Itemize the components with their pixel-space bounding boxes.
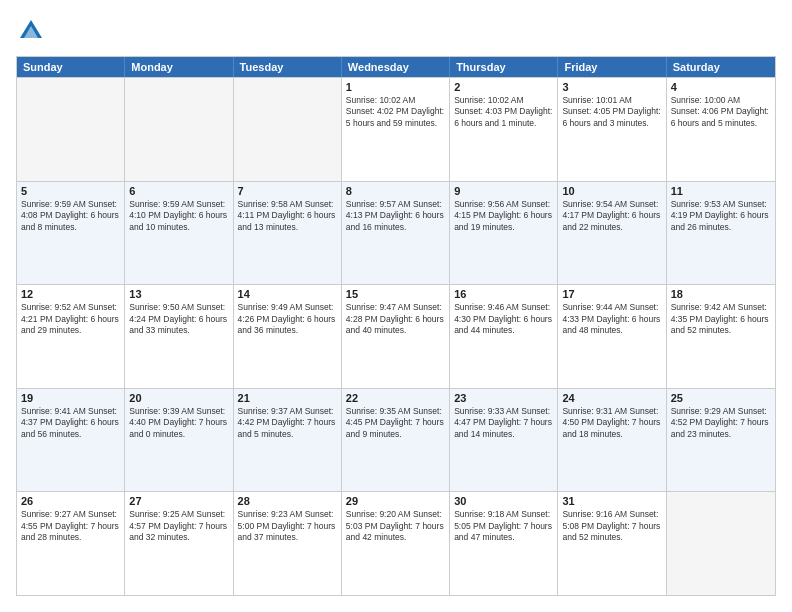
day-info: Sunrise: 9:52 AM Sunset: 4:21 PM Dayligh… (21, 302, 120, 336)
logo-icon (16, 16, 46, 46)
day-info: Sunrise: 9:23 AM Sunset: 5:00 PM Dayligh… (238, 509, 337, 543)
day-number: 31 (562, 495, 661, 507)
day-number: 30 (454, 495, 553, 507)
calendar-cell-0-6: 4Sunrise: 10:00 AM Sunset: 4:06 PM Dayli… (667, 78, 775, 181)
day-number: 7 (238, 185, 337, 197)
day-info: Sunrise: 9:59 AM Sunset: 4:10 PM Dayligh… (129, 199, 228, 233)
day-number: 19 (21, 392, 120, 404)
day-info: Sunrise: 9:35 AM Sunset: 4:45 PM Dayligh… (346, 406, 445, 440)
day-number: 8 (346, 185, 445, 197)
day-info: Sunrise: 9:49 AM Sunset: 4:26 PM Dayligh… (238, 302, 337, 336)
day-info: Sunrise: 9:27 AM Sunset: 4:55 PM Dayligh… (21, 509, 120, 543)
day-number: 15 (346, 288, 445, 300)
calendar-cell-3-1: 20Sunrise: 9:39 AM Sunset: 4:40 PM Dayli… (125, 389, 233, 492)
day-info: Sunrise: 9:37 AM Sunset: 4:42 PM Dayligh… (238, 406, 337, 440)
calendar-cell-3-6: 25Sunrise: 9:29 AM Sunset: 4:52 PM Dayli… (667, 389, 775, 492)
calendar-cell-4-1: 27Sunrise: 9:25 AM Sunset: 4:57 PM Dayli… (125, 492, 233, 595)
calendar-cell-1-5: 10Sunrise: 9:54 AM Sunset: 4:17 PM Dayli… (558, 182, 666, 285)
day-number: 24 (562, 392, 661, 404)
calendar-header: SundayMondayTuesdayWednesdayThursdayFrid… (17, 57, 775, 77)
day-number: 4 (671, 81, 771, 93)
weekday-header-sunday: Sunday (17, 57, 125, 77)
calendar-cell-2-6: 18Sunrise: 9:42 AM Sunset: 4:35 PM Dayli… (667, 285, 775, 388)
calendar-cell-3-4: 23Sunrise: 9:33 AM Sunset: 4:47 PM Dayli… (450, 389, 558, 492)
day-info: Sunrise: 9:39 AM Sunset: 4:40 PM Dayligh… (129, 406, 228, 440)
day-info: Sunrise: 9:59 AM Sunset: 4:08 PM Dayligh… (21, 199, 120, 233)
day-number: 21 (238, 392, 337, 404)
day-number: 27 (129, 495, 228, 507)
day-info: Sunrise: 9:18 AM Sunset: 5:05 PM Dayligh… (454, 509, 553, 543)
day-info: Sunrise: 9:54 AM Sunset: 4:17 PM Dayligh… (562, 199, 661, 233)
day-number: 10 (562, 185, 661, 197)
calendar-cell-2-1: 13Sunrise: 9:50 AM Sunset: 4:24 PM Dayli… (125, 285, 233, 388)
calendar-cell-4-4: 30Sunrise: 9:18 AM Sunset: 5:05 PM Dayli… (450, 492, 558, 595)
day-info: Sunrise: 9:29 AM Sunset: 4:52 PM Dayligh… (671, 406, 771, 440)
calendar-cell-4-0: 26Sunrise: 9:27 AM Sunset: 4:55 PM Dayli… (17, 492, 125, 595)
calendar-cell-4-2: 28Sunrise: 9:23 AM Sunset: 5:00 PM Dayli… (234, 492, 342, 595)
calendar-cell-2-0: 12Sunrise: 9:52 AM Sunset: 4:21 PM Dayli… (17, 285, 125, 388)
calendar-cell-2-3: 15Sunrise: 9:47 AM Sunset: 4:28 PM Dayli… (342, 285, 450, 388)
day-info: Sunrise: 9:44 AM Sunset: 4:33 PM Dayligh… (562, 302, 661, 336)
calendar-cell-1-3: 8Sunrise: 9:57 AM Sunset: 4:13 PM Daylig… (342, 182, 450, 285)
day-number: 29 (346, 495, 445, 507)
calendar-cell-4-5: 31Sunrise: 9:16 AM Sunset: 5:08 PM Dayli… (558, 492, 666, 595)
day-number: 14 (238, 288, 337, 300)
day-info: Sunrise: 10:02 AM Sunset: 4:03 PM Daylig… (454, 95, 553, 129)
calendar-cell-2-5: 17Sunrise: 9:44 AM Sunset: 4:33 PM Dayli… (558, 285, 666, 388)
day-number: 1 (346, 81, 445, 93)
calendar-cell-4-6 (667, 492, 775, 595)
day-info: Sunrise: 9:33 AM Sunset: 4:47 PM Dayligh… (454, 406, 553, 440)
calendar-cell-0-4: 2Sunrise: 10:02 AM Sunset: 4:03 PM Dayli… (450, 78, 558, 181)
weekday-header-thursday: Thursday (450, 57, 558, 77)
day-number: 16 (454, 288, 553, 300)
weekday-header-wednesday: Wednesday (342, 57, 450, 77)
day-info: Sunrise: 10:01 AM Sunset: 4:05 PM Daylig… (562, 95, 661, 129)
day-info: Sunrise: 9:47 AM Sunset: 4:28 PM Dayligh… (346, 302, 445, 336)
weekday-header-friday: Friday (558, 57, 666, 77)
calendar-cell-3-3: 22Sunrise: 9:35 AM Sunset: 4:45 PM Dayli… (342, 389, 450, 492)
calendar-cell-1-2: 7Sunrise: 9:58 AM Sunset: 4:11 PM Daylig… (234, 182, 342, 285)
calendar-row-0: 1Sunrise: 10:02 AM Sunset: 4:02 PM Dayli… (17, 77, 775, 181)
day-info: Sunrise: 9:16 AM Sunset: 5:08 PM Dayligh… (562, 509, 661, 543)
calendar-cell-0-1 (125, 78, 233, 181)
calendar-cell-0-2 (234, 78, 342, 181)
day-number: 28 (238, 495, 337, 507)
calendar-cell-4-3: 29Sunrise: 9:20 AM Sunset: 5:03 PM Dayli… (342, 492, 450, 595)
day-info: Sunrise: 9:25 AM Sunset: 4:57 PM Dayligh… (129, 509, 228, 543)
calendar-cell-0-5: 3Sunrise: 10:01 AM Sunset: 4:05 PM Dayli… (558, 78, 666, 181)
day-info: Sunrise: 9:42 AM Sunset: 4:35 PM Dayligh… (671, 302, 771, 336)
day-info: Sunrise: 9:46 AM Sunset: 4:30 PM Dayligh… (454, 302, 553, 336)
day-number: 2 (454, 81, 553, 93)
day-info: Sunrise: 10:00 AM Sunset: 4:06 PM Daylig… (671, 95, 771, 129)
calendar-cell-1-4: 9Sunrise: 9:56 AM Sunset: 4:15 PM Daylig… (450, 182, 558, 285)
day-info: Sunrise: 9:20 AM Sunset: 5:03 PM Dayligh… (346, 509, 445, 543)
calendar-cell-2-2: 14Sunrise: 9:49 AM Sunset: 4:26 PM Dayli… (234, 285, 342, 388)
weekday-header-tuesday: Tuesday (234, 57, 342, 77)
calendar-cell-3-5: 24Sunrise: 9:31 AM Sunset: 4:50 PM Dayli… (558, 389, 666, 492)
calendar-cell-1-6: 11Sunrise: 9:53 AM Sunset: 4:19 PM Dayli… (667, 182, 775, 285)
calendar-cell-3-2: 21Sunrise: 9:37 AM Sunset: 4:42 PM Dayli… (234, 389, 342, 492)
day-number: 26 (21, 495, 120, 507)
calendar-row-2: 12Sunrise: 9:52 AM Sunset: 4:21 PM Dayli… (17, 284, 775, 388)
calendar-row-3: 19Sunrise: 9:41 AM Sunset: 4:37 PM Dayli… (17, 388, 775, 492)
day-number: 11 (671, 185, 771, 197)
day-info: Sunrise: 9:31 AM Sunset: 4:50 PM Dayligh… (562, 406, 661, 440)
calendar-row-1: 5Sunrise: 9:59 AM Sunset: 4:08 PM Daylig… (17, 181, 775, 285)
day-info: Sunrise: 10:02 AM Sunset: 4:02 PM Daylig… (346, 95, 445, 129)
weekday-header-monday: Monday (125, 57, 233, 77)
calendar-cell-0-0 (17, 78, 125, 181)
day-number: 13 (129, 288, 228, 300)
logo (16, 16, 50, 46)
day-number: 18 (671, 288, 771, 300)
day-info: Sunrise: 9:56 AM Sunset: 4:15 PM Dayligh… (454, 199, 553, 233)
day-number: 3 (562, 81, 661, 93)
calendar-cell-0-3: 1Sunrise: 10:02 AM Sunset: 4:02 PM Dayli… (342, 78, 450, 181)
day-info: Sunrise: 9:57 AM Sunset: 4:13 PM Dayligh… (346, 199, 445, 233)
day-number: 20 (129, 392, 228, 404)
header (16, 16, 776, 46)
day-number: 17 (562, 288, 661, 300)
day-number: 23 (454, 392, 553, 404)
weekday-header-saturday: Saturday (667, 57, 775, 77)
day-number: 12 (21, 288, 120, 300)
calendar-body: 1Sunrise: 10:02 AM Sunset: 4:02 PM Dayli… (17, 77, 775, 595)
